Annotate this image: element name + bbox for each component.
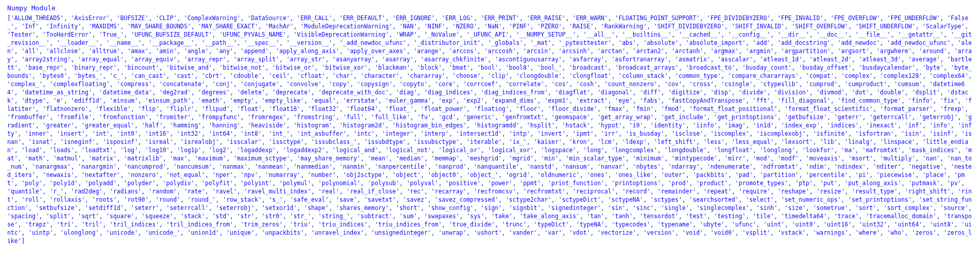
module-attribute-list: ['ALLOW_THREADS', 'AxisError', 'BUFSIZE'… <box>0 14 980 250</box>
module-title: Numpy Module <box>0 0 980 14</box>
